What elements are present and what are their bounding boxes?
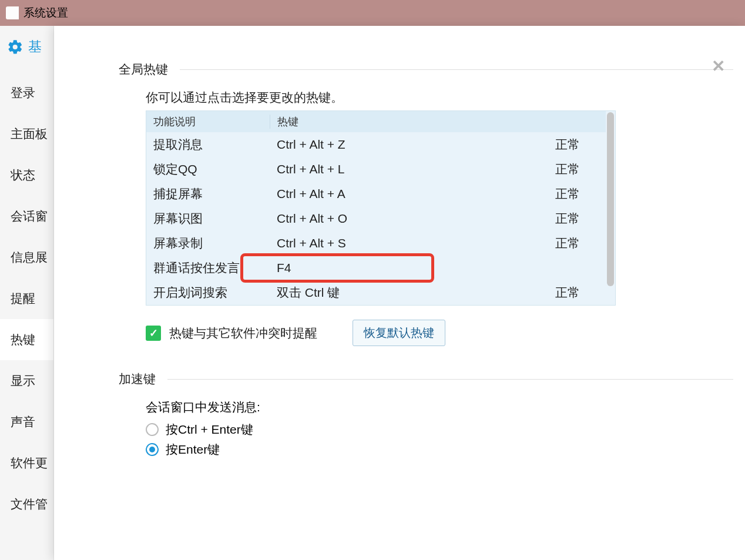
cell-status: 正常 (516, 186, 615, 202)
radio-icon (146, 443, 159, 456)
sidebar-header: 基 (0, 26, 53, 72)
radio-label: 按Ctrl + Enter键 (166, 421, 253, 438)
cell-function: 开启划词搜索 (146, 284, 270, 301)
radio-option-0[interactable]: 按Ctrl + Enter键 (146, 421, 733, 438)
options-row: ✓ 热键与其它软件冲突时提醒 恢复默认热键 (146, 320, 733, 346)
table-row[interactable]: 开启划词搜索双击 Ctrl 键正常 (146, 280, 615, 305)
cell-function: 群通话按住发言 (146, 260, 270, 276)
section-accelerator: 加速键 (119, 371, 733, 387)
col-header-hotkey: 热键 (270, 115, 516, 129)
sidebar-item-label: 软件更 (11, 455, 48, 471)
cell-hotkey: Ctrl + Alt + O (270, 212, 516, 226)
sidebar-item-10[interactable]: 文件管 (0, 484, 53, 525)
section-global-hotkeys: 全局热键 (119, 61, 733, 78)
sidebar-item-label: 信息展 (11, 249, 48, 266)
cell-function: 锁定QQ (146, 161, 270, 177)
table-body: 提取消息Ctrl + Alt + Z正常锁定QQCtrl + Alt + L正常… (146, 132, 615, 305)
conflict-warn-checkbox[interactable]: ✓ 热键与其它软件冲突时提醒 (146, 325, 317, 341)
sidebar-item-6[interactable]: 热键 (0, 319, 53, 360)
sidebar-item-7[interactable]: 显示 (0, 360, 53, 401)
sidebar: 基 登录主面板状态会话窗信息展提醒热键显示声音软件更文件管 (0, 26, 54, 560)
window-titlebar: 系统设置 (0, 0, 745, 26)
conflict-warn-label: 热键与其它软件冲突时提醒 (169, 325, 317, 341)
sidebar-item-1[interactable]: 主面板 (0, 113, 53, 155)
cell-hotkey: Ctrl + Alt + L (270, 162, 516, 176)
sidebar-item-8[interactable]: 声音 (0, 401, 53, 442)
cell-status: 正常 (516, 161, 615, 177)
cell-function: 捕捉屏幕 (146, 186, 270, 202)
cell-hotkey: Ctrl + Alt + A (270, 187, 516, 201)
settings-panel: ✕ 全局热键 你可以通过点击选择要更改的热键。 功能说明 热键 提取消息Ctrl… (54, 26, 745, 560)
radio-option-1[interactable]: 按Enter键 (146, 441, 733, 458)
cell-function: 屏幕识图 (146, 210, 270, 227)
restore-defaults-button[interactable]: 恢复默认热键 (353, 320, 445, 346)
sidebar-item-2[interactable]: 状态 (0, 155, 53, 196)
send-message-label: 会话窗口中发送消息: (146, 399, 733, 415)
hotkey-table: 功能说明 热键 提取消息Ctrl + Alt + Z正常锁定QQCtrl + A… (146, 110, 616, 306)
radio-label: 按Enter键 (166, 441, 220, 458)
table-row[interactable]: 屏幕识图Ctrl + Alt + O正常 (146, 206, 615, 231)
divider (167, 379, 733, 380)
sidebar-item-4[interactable]: 信息展 (0, 237, 53, 278)
table-row[interactable]: 提取消息Ctrl + Alt + Z正常 (146, 132, 615, 157)
sidebar-item-label: 显示 (11, 373, 35, 389)
hotkey-hint: 你可以通过点击选择要更改的热键。 (146, 89, 733, 106)
cell-status: 正常 (516, 210, 615, 227)
table-row[interactable]: 捕捉屏幕Ctrl + Alt + A正常 (146, 182, 615, 206)
cell-hotkey: Ctrl + Alt + S (270, 236, 516, 250)
cell-hotkey: F4 (270, 261, 516, 275)
window-title: 系统设置 (24, 5, 68, 21)
sidebar-item-label: 主面板 (11, 126, 48, 142)
table-row[interactable]: 群通话按住发言F4 (146, 256, 615, 280)
sidebar-item-label: 会话窗 (11, 208, 48, 224)
scrollbar-thumb[interactable] (607, 112, 614, 286)
sidebar-item-label: 状态 (11, 167, 35, 183)
cell-status: 正常 (516, 136, 615, 153)
divider (180, 69, 733, 70)
cell-status: 正常 (516, 235, 615, 252)
sidebar-item-label: 提醒 (11, 290, 35, 307)
sidebar-item-5[interactable]: 提醒 (0, 278, 53, 319)
cell-function: 屏幕录制 (146, 235, 270, 252)
sidebar-item-3[interactable]: 会话窗 (0, 196, 53, 237)
section-title-global: 全局热键 (119, 61, 168, 78)
radio-icon (146, 423, 159, 436)
sidebar-item-9[interactable]: 软件更 (0, 442, 53, 484)
col-header-function: 功能说明 (146, 115, 270, 129)
scrollbar-track[interactable] (606, 111, 615, 305)
cell-status: 正常 (516, 284, 615, 301)
sidebar-item-label: 登录 (11, 85, 35, 101)
sidebar-item-label: 文件管 (11, 496, 48, 512)
cell-function: 提取消息 (146, 136, 270, 153)
table-header: 功能说明 热键 (146, 111, 615, 132)
cell-hotkey: Ctrl + Alt + Z (270, 138, 516, 152)
gear-icon (7, 39, 24, 55)
sidebar-item-label: 热键 (11, 331, 35, 348)
checkbox-checked-icon: ✓ (146, 326, 161, 341)
cell-hotkey: 双击 Ctrl 键 (270, 284, 516, 301)
app-icon (6, 6, 19, 19)
close-icon[interactable]: ✕ (712, 56, 725, 76)
sidebar-header-label: 基 (28, 38, 42, 56)
section-title-accel: 加速键 (119, 371, 156, 387)
sidebar-item-label: 声音 (11, 414, 35, 430)
sidebar-item-0[interactable]: 登录 (0, 72, 53, 113)
table-row[interactable]: 锁定QQCtrl + Alt + L正常 (146, 157, 615, 182)
main-area: 基 登录主面板状态会话窗信息展提醒热键显示声音软件更文件管 ✕ 全局热键 你可以… (0, 26, 745, 560)
table-row[interactable]: 屏幕录制Ctrl + Alt + S正常 (146, 231, 615, 256)
